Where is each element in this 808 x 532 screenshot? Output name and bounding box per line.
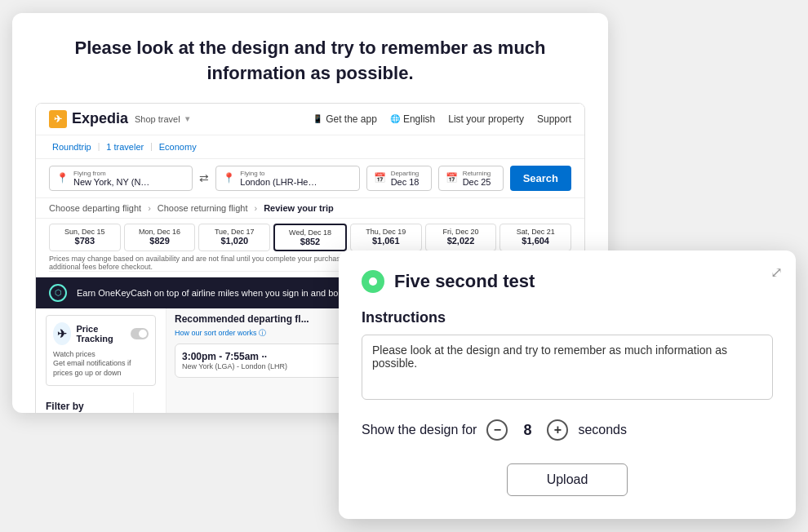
price-tracking-header: ✈ Price Tracking [53, 322, 149, 345]
shop-travel-nav[interactable]: Shop travel [135, 114, 180, 124]
expedia-logo: ✈ Expedia Shop travel ▾ [49, 110, 189, 128]
duration-label: Show the design for [362, 423, 477, 437]
expedia-nav: ✈ Expedia Shop travel ▾ 📱 Get the app 🌐 … [36, 104, 584, 135]
search-filters: Roundtrip | 1 traveler | Economy [36, 135, 584, 159]
date-price-2: $1,020 [204, 236, 264, 246]
price-tracking-title: Price Tracking [76, 324, 125, 344]
date-day-3: Wed, Dec 18 [280, 228, 340, 237]
date-selector-row: Sun, Dec 15 $783 Mon, Dec 16 $829 Tue, D… [36, 219, 584, 251]
flight-time: 3:00pm - 7:55am ·· [182, 351, 267, 362]
breadcrumb-sep1: › [148, 203, 151, 213]
onekey-text: Earn OneKeyCash on top of airline miles … [77, 288, 377, 298]
date-day-5: Fri, Dec 20 [431, 228, 491, 236]
price-tracking-toggle[interactable] [131, 328, 149, 339]
breadcrumb: Choose departing flight › Choose returni… [36, 198, 584, 219]
returning-content: Returning Dec 25 [463, 170, 491, 187]
phone-icon: 📱 [313, 114, 322, 123]
stepper: − 8 + [486, 419, 568, 441]
date-day-6: Sat, Dec 21 [505, 228, 566, 236]
breadcrumb-step1[interactable]: Choose departing flight [49, 203, 141, 213]
duration-row: Show the design for − 8 + seconds [362, 419, 773, 441]
list-property-link[interactable]: List your property [448, 113, 524, 125]
instructions-textarea[interactable]: Please look at the design and try to rem… [362, 335, 773, 400]
breadcrumb-step2[interactable]: Choose returning flight [158, 203, 248, 213]
filter-panel: Filter by Stops From Nonstop (38) $1,127 [36, 392, 134, 413]
date-cell-5[interactable]: Fri, Dec 20 $2,022 [425, 224, 497, 251]
date-price-6: $1,604 [505, 236, 566, 246]
language-link[interactable]: 🌐 English [390, 113, 435, 125]
date-day-0: Sun, Dec 15 [55, 228, 115, 236]
date-cell-3[interactable]: Wed, Dec 18 $852 [273, 224, 347, 251]
flying-from-content: Flying from New York, NY (NYC-All Airp..… [73, 170, 155, 187]
status-dot [362, 270, 384, 293]
plus-button[interactable]: + [547, 419, 568, 441]
date-cell-4[interactable]: Thu, Dec 19 $1,061 [350, 224, 422, 251]
date-day-2: Tue, Dec 17 [204, 228, 264, 236]
calendar-return-icon: 📅 [446, 172, 458, 184]
overlay-title-row: Five second test [362, 270, 773, 293]
returning-field[interactable]: 📅 Returning Dec 25 [438, 166, 504, 191]
get-app-link[interactable]: 📱 Get the app [313, 113, 377, 125]
onekey-icon: ⬡ [49, 284, 67, 302]
date-price-1: $829 [130, 236, 190, 246]
price-tracking-panel: ✈ Price Tracking Watch pricesGet email n… [46, 315, 156, 386]
expedia-logo-icon: ✈ [49, 110, 67, 128]
date-price-4: $1,061 [356, 236, 416, 246]
location-to-icon: 📍 [223, 172, 235, 184]
breadcrumb-step3[interactable]: Review your trip [264, 203, 334, 213]
date-day-4: Thu, Dec 19 [356, 228, 416, 236]
class-filter[interactable]: Economy [156, 140, 200, 153]
search-bar: 📍 Flying from New York, NY (NYC-All Airp… [36, 159, 584, 198]
date-cell-1[interactable]: Mon, Dec 16 $829 [124, 224, 196, 251]
status-dot-inner [369, 277, 377, 286]
search-button[interactable]: Search [510, 166, 571, 191]
flying-to-field[interactable]: 📍 Flying to London (LHR-Heathrow) [215, 166, 359, 191]
date-price-0: $783 [55, 236, 115, 246]
five-second-test-panel: ⤢ Five second test Instructions Please l… [339, 250, 796, 519]
globe-icon: 🌐 [390, 114, 400, 123]
departing-content: Departing Dec 18 [391, 170, 420, 187]
page-header-instruction: Please look at the design and try to rem… [12, 13, 608, 103]
price-tracking-description: Watch pricesGet email notifications if p… [53, 350, 149, 379]
nav-links: 📱 Get the app 🌐 English List your proper… [313, 113, 571, 125]
filter-header: Filter by [46, 401, 123, 412]
toggle-dot [139, 330, 147, 338]
flying-from-field[interactable]: 📍 Flying from New York, NY (NYC-All Airp… [49, 166, 193, 191]
breadcrumb-sep2: › [255, 203, 258, 213]
date-cell-0[interactable]: Sun, Dec 15 $783 [49, 224, 121, 251]
date-price-5: $2,022 [431, 236, 491, 246]
minus-button[interactable]: − [486, 419, 508, 441]
support-link[interactable]: Support [537, 113, 571, 125]
date-cell-6[interactable]: Sat, Dec 21 $1,604 [499, 224, 571, 251]
departing-field[interactable]: 📅 Departing Dec 18 [366, 166, 432, 191]
seconds-label: seconds [578, 423, 627, 437]
upload-button[interactable]: Upload [507, 463, 628, 496]
date-price-3: $852 [280, 237, 340, 246]
date-cell-2[interactable]: Tue, Dec 17 $1,020 [198, 224, 270, 251]
instructions-label: Instructions [362, 309, 773, 326]
overlay-title: Five second test [394, 271, 535, 292]
upload-row: Upload [362, 463, 773, 496]
location-from-icon: 📍 [56, 172, 69, 184]
price-tracking-icon: ✈ [53, 322, 71, 345]
roundtrip-filter[interactable]: Roundtrip [49, 140, 95, 153]
expedia-logo-text: Expedia [72, 110, 128, 127]
swap-icon[interactable]: ⇄ [199, 171, 209, 184]
calendar-depart-icon: 📅 [374, 172, 386, 184]
travelers-filter[interactable]: 1 traveler [103, 140, 147, 153]
seconds-value: 8 [519, 422, 535, 439]
date-day-1: Mon, Dec 16 [130, 228, 190, 236]
nav-dropdown-icon: ▾ [185, 114, 189, 123]
drag-handle-icon[interactable]: ⤢ [770, 264, 783, 282]
flying-to-content: Flying to London (LHR-Heathrow) [240, 170, 322, 187]
